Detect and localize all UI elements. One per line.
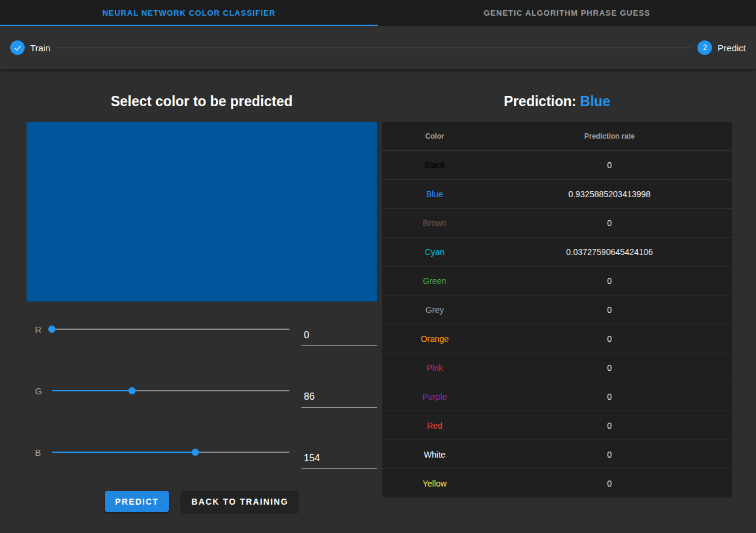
tab-neural-network-color-classifier[interactable]: NEURAL NETWORK COLOR CLASSIFIER: [0, 0, 378, 26]
prediction-rate: 0: [487, 479, 732, 488]
app-tabbar: NEURAL NETWORK COLOR CLASSIFIER GENETIC …: [0, 0, 756, 26]
slider-row-g: G: [27, 379, 377, 403]
tab-label: NEURAL NETWORK COLOR CLASSIFIER: [102, 8, 276, 17]
slider-value-box: [301, 453, 377, 469]
color-name: Purple: [382, 392, 487, 402]
left-panel-title: Select color to be predicted: [27, 93, 377, 110]
prediction-rate: 0: [487, 160, 732, 170]
color-name: Pink: [382, 363, 487, 373]
step-number: 2: [703, 43, 707, 52]
rgb-sliders: R G B: [27, 317, 377, 464]
prediction-rate: 0.9325885203413998: [487, 189, 732, 199]
slider-fill: [52, 452, 195, 453]
r-slider[interactable]: [52, 325, 289, 333]
stepper-connector: [57, 48, 692, 48]
color-name: Grey: [382, 305, 487, 315]
table-row-blue: Blue 0.9325885203413998: [382, 179, 732, 208]
prediction-title-prefix: Prediction:: [504, 93, 581, 109]
slider-thumb[interactable]: [128, 387, 136, 394]
table-row-grey: Grey 0: [382, 295, 732, 324]
column-header-prediction-rate: Prediction rate: [487, 132, 732, 140]
table-row-purple: Purple 0: [382, 382, 732, 411]
predicted-color: Blue: [580, 93, 610, 109]
prediction-rate: 0: [487, 305, 732, 315]
color-name: Black: [382, 160, 487, 170]
prediction-rate: 0: [487, 450, 732, 459]
tab-label: GENETIC ALGORITHM PHRASE GUESS: [484, 8, 650, 17]
color-name: Blue: [382, 189, 487, 199]
color-name: Cyan: [382, 247, 487, 257]
column-header-color: Color: [382, 132, 487, 140]
color-name: Yellow: [382, 479, 487, 488]
check-icon: [10, 40, 25, 55]
r-value-input[interactable]: [301, 330, 377, 346]
action-buttons: PREDICT BACK TO TRAINING: [27, 491, 377, 512]
tab-genetic-algorithm-phrase-guess[interactable]: GENETIC ALGORITHM PHRASE GUESS: [378, 0, 756, 26]
color-picker-panel: Select color to be predicted R G B: [27, 69, 377, 512]
b-value-input[interactable]: [301, 453, 377, 469]
color-name: Orange: [382, 334, 487, 344]
table-row-brown: Brown 0: [382, 208, 732, 237]
slider-row-b: B: [27, 440, 377, 464]
prediction-rate: 0: [487, 334, 732, 344]
table-header-row: Color Prediction rate: [382, 122, 732, 150]
slider-label: R: [35, 324, 48, 335]
prediction-rate: 0: [487, 218, 732, 228]
g-value-input[interactable]: [301, 391, 377, 408]
slider-thumb[interactable]: [192, 449, 199, 456]
prediction-rate: 0: [487, 363, 732, 373]
main-content: Select color to be predicted R G B: [0, 69, 756, 512]
prediction-rate: 0: [487, 276, 732, 286]
slider-thumb[interactable]: [48, 326, 55, 333]
table-row-white: White 0: [382, 440, 732, 468]
prediction-rate: 0: [487, 421, 732, 430]
slider-label: B: [35, 447, 48, 458]
table-row-pink: Pink 0: [382, 353, 732, 382]
step-predict-label: Predict: [717, 43, 746, 53]
table-row-orange: Orange 0: [382, 324, 732, 353]
table-row-yellow: Yellow 0: [382, 468, 732, 497]
slider-value-box: [301, 330, 377, 346]
slider-row-r: R: [27, 317, 377, 341]
back-to-training-button[interactable]: BACK TO TRAINING: [181, 491, 298, 512]
g-slider[interactable]: [52, 386, 289, 395]
table-row-green: Green 0: [382, 266, 732, 295]
table-row-cyan: Cyan 0.03727590645424106: [382, 237, 732, 266]
slider-track: [52, 329, 289, 330]
table-row-black: Black 0: [382, 150, 732, 179]
stepper: Train 2 Predict: [0, 26, 756, 69]
prediction-table-body: Black 0 Blue 0.9325885203413998 Brown 0 …: [382, 150, 732, 497]
prediction-rate: 0: [487, 392, 732, 402]
color-name: White: [382, 450, 487, 459]
slider-label: G: [35, 386, 48, 396]
step-train[interactable]: Train: [10, 40, 51, 55]
slider-value-box: [301, 391, 377, 408]
prediction-rate: 0.03727590645424106: [487, 247, 732, 257]
b-slider[interactable]: [52, 448, 289, 456]
prediction-title: Prediction: Blue: [382, 93, 732, 110]
color-swatch: [27, 122, 377, 301]
step-number-icon: 2: [698, 40, 712, 55]
step-train-label: Train: [30, 43, 51, 53]
slider-fill: [52, 390, 132, 391]
table-row-red: Red 0: [382, 411, 732, 440]
color-name: Green: [382, 276, 487, 286]
step-predict[interactable]: 2 Predict: [698, 40, 746, 55]
predict-button[interactable]: PREDICT: [105, 491, 169, 512]
prediction-table: Color Prediction rate Black 0 Blue 0.932…: [382, 122, 732, 497]
prediction-panel: Prediction: Blue Color Prediction rate B…: [382, 69, 732, 512]
color-name: Brown: [382, 218, 487, 228]
color-name: Red: [382, 421, 487, 430]
